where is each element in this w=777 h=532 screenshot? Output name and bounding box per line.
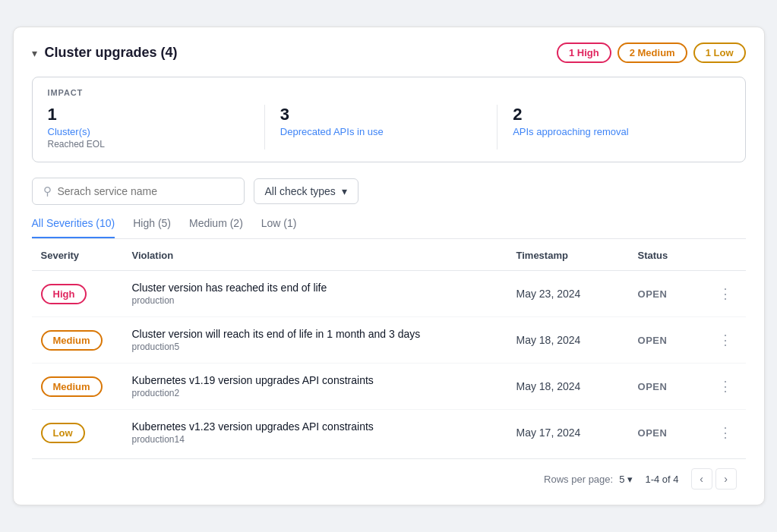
check-types-dropdown[interactable]: All check types ▾ xyxy=(254,178,358,204)
badge-medium[interactable]: 2 Medium xyxy=(617,42,687,63)
col-violation: Violation xyxy=(123,239,507,271)
next-page-button[interactable]: › xyxy=(715,468,737,490)
table-row: High Cluster version has reached its end… xyxy=(32,271,746,317)
impact-label: IMPACT xyxy=(48,88,730,97)
tab-all-severities[interactable]: All Severities (10) xyxy=(32,217,115,238)
impact-sub-clusters: Reached EOL xyxy=(48,139,249,150)
violation-name-1: Cluster version will reach its end of li… xyxy=(132,328,498,340)
violation-sub-3: production14 xyxy=(132,434,498,445)
row-actions-button-0[interactable]: ⋮ xyxy=(714,282,737,305)
impact-stat-deprecated: 3 Deprecated APIs in use xyxy=(264,105,497,150)
tab-medium[interactable]: Medium (2) xyxy=(189,217,243,238)
impact-box: IMPACT 1 Cluster(s) Reached EOL 3 Deprec… xyxy=(32,77,746,162)
cell-severity-1: Medium xyxy=(32,317,123,364)
violation-sub-1: production5 xyxy=(132,342,498,352)
row-actions-button-3[interactable]: ⋮ xyxy=(714,421,737,444)
timestamp-2: May 18, 2024 xyxy=(516,380,581,392)
pagination: Rows per page: 5 ▾ 1-4 of 4 ‹ › xyxy=(32,458,746,493)
violation-sub-0: production xyxy=(132,295,498,306)
filter-row: ⚲ All check types ▾ xyxy=(32,178,746,205)
status-badge-0: OPEN xyxy=(638,288,668,300)
impact-desc-deprecated: Deprecated APIs in use xyxy=(280,126,482,137)
violation-name-3: Kubernetes v1.23 version upgrades API co… xyxy=(132,420,498,433)
rows-per-page-label: Rows per page: xyxy=(544,474,613,485)
chevron-icon[interactable]: ▾ xyxy=(32,47,37,59)
cell-status-1: OPEN xyxy=(629,317,705,364)
severity-tabs: All Severities (10) High (5) Medium (2) … xyxy=(32,217,746,239)
violation-name-0: Cluster version has reached its end of l… xyxy=(132,282,498,294)
status-badge-3: OPEN xyxy=(638,427,668,439)
severity-pill-2: Medium xyxy=(41,376,103,397)
col-severity: Severity xyxy=(32,239,123,271)
page-nav: ‹ › xyxy=(691,468,737,490)
timestamp-1: May 18, 2024 xyxy=(516,334,581,346)
status-badge-2: OPEN xyxy=(638,381,668,392)
table-row: Medium Cluster version will reach its en… xyxy=(32,317,746,364)
tab-high[interactable]: High (5) xyxy=(133,217,171,238)
impact-stats: 1 Cluster(s) Reached EOL 3 Deprecated AP… xyxy=(48,105,730,150)
status-badge-1: OPEN xyxy=(638,335,668,346)
table-header-row: Severity Violation Timestamp Status xyxy=(32,239,746,271)
impact-desc-removal: APIs approaching removal xyxy=(513,126,714,137)
timestamp-3: May 17, 2024 xyxy=(516,427,581,439)
cell-severity-0: High xyxy=(32,271,123,317)
col-timestamp: Timestamp xyxy=(507,239,629,271)
impact-number-clusters: 1 xyxy=(48,105,249,124)
table-row: Medium Kubernetes v1.19 version upgrades… xyxy=(32,364,746,410)
cell-timestamp-0: May 23, 2024 xyxy=(507,271,629,317)
rows-per-page-select[interactable]: 5 ▾ xyxy=(619,474,633,485)
rows-per-page: Rows per page: 5 ▾ xyxy=(544,474,633,485)
page-title: Cluster upgrades (4) xyxy=(45,45,178,61)
severity-pill-1: Medium xyxy=(41,330,103,351)
row-actions-button-1[interactable]: ⋮ xyxy=(714,329,737,351)
rows-select-chevron-icon: ▾ xyxy=(627,474,633,485)
cell-status-0: OPEN xyxy=(629,271,705,317)
badge-high[interactable]: 1 High xyxy=(557,42,611,63)
timestamp-0: May 23, 2024 xyxy=(516,288,581,300)
cell-actions-2: ⋮ xyxy=(705,364,746,410)
cell-status-3: OPEN xyxy=(629,410,705,456)
page-info: 1-4 of 4 xyxy=(645,474,678,485)
impact-stat-clusters: 1 Cluster(s) Reached EOL xyxy=(48,105,264,150)
impact-number-deprecated: 3 xyxy=(280,105,482,124)
cell-violation-3: Kubernetes v1.23 version upgrades API co… xyxy=(123,410,507,456)
impact-stat-removal: 2 APIs approaching removal xyxy=(497,105,729,150)
dropdown-chevron-icon: ▾ xyxy=(342,185,347,197)
severity-pill-3: Low xyxy=(41,423,85,443)
impact-desc-clusters: Cluster(s) xyxy=(48,126,249,137)
cell-violation-2: Kubernetes v1.19 version upgrades API co… xyxy=(123,364,507,410)
row-actions-button-2[interactable]: ⋮ xyxy=(714,375,737,398)
cell-actions-0: ⋮ xyxy=(705,271,746,317)
header-left: ▾ Cluster upgrades (4) xyxy=(32,45,178,61)
col-status: Status xyxy=(629,239,705,271)
table-row: Low Kubernetes v1.23 version upgrades AP… xyxy=(32,410,746,456)
severity-pill-0: High xyxy=(41,284,87,304)
violations-table: Severity Violation Timestamp Status High… xyxy=(32,239,746,455)
badge-low[interactable]: 1 Low xyxy=(693,42,746,63)
cell-actions-3: ⋮ xyxy=(705,410,746,456)
card-header: ▾ Cluster upgrades (4) 1 High 2 Medium 1… xyxy=(32,42,746,63)
cell-timestamp-3: May 17, 2024 xyxy=(507,410,629,456)
search-input[interactable] xyxy=(58,185,233,197)
cell-severity-3: Low xyxy=(32,410,123,456)
cell-timestamp-2: May 18, 2024 xyxy=(507,364,629,410)
check-types-label: All check types xyxy=(265,185,336,197)
rows-per-page-value: 5 xyxy=(619,474,624,485)
cell-violation-1: Cluster version will reach its end of li… xyxy=(123,317,507,364)
search-icon: ⚲ xyxy=(43,184,52,198)
col-actions xyxy=(705,239,746,271)
cell-timestamp-1: May 18, 2024 xyxy=(507,317,629,364)
severity-badges: 1 High 2 Medium 1 Low xyxy=(557,42,746,63)
search-box[interactable]: ⚲ xyxy=(32,178,245,205)
prev-page-button[interactable]: ‹ xyxy=(691,468,712,490)
violation-name-2: Kubernetes v1.19 version upgrades API co… xyxy=(132,374,498,386)
cell-violation-0: Cluster version has reached its end of l… xyxy=(123,271,507,317)
cell-actions-1: ⋮ xyxy=(705,317,746,364)
cell-status-2: OPEN xyxy=(629,364,705,410)
cell-severity-2: Medium xyxy=(32,364,123,410)
main-card: ▾ Cluster upgrades (4) 1 High 2 Medium 1… xyxy=(13,27,765,505)
tab-low[interactable]: Low (1) xyxy=(261,217,297,238)
violation-sub-2: production2 xyxy=(132,388,498,398)
impact-number-removal: 2 xyxy=(513,105,714,124)
